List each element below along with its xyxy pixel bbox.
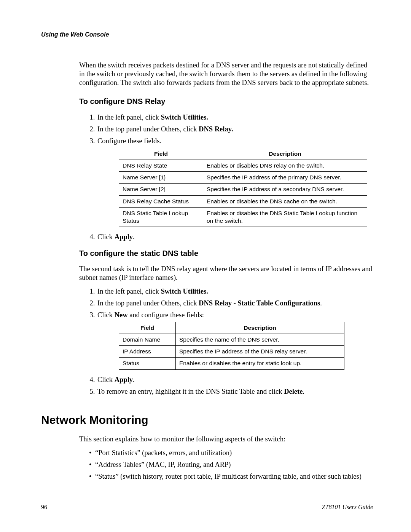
list-item: “Port Statistics” (packets, errors, and … [95,448,373,457]
table-row: DNS Relay StateEnables or disables DNS r… [119,160,367,172]
monitoring-paragraph: This section explains how to monitor the… [79,435,373,444]
list-item: Click New and configure these fields: Fi… [97,310,373,370]
table-header: Description [176,322,344,334]
static-dns-fields-table: Field Description Domain NameSpecifies t… [119,322,344,370]
table-header: Description [203,148,367,160]
heading-configure-dns-relay: To configure DNS Relay [79,97,373,106]
list-item: Click Apply. [97,375,373,384]
static-dns-paragraph: The second task is to tell the DNS relay… [79,265,373,282]
table-row: IP AddressSpecifies the IP address of th… [119,346,344,358]
dns-relay-fields-table: Field Description DNS Relay StateEnables… [119,148,367,227]
table-header: Field [119,322,176,334]
list-item: “Address Tables” (MAC, IP, Routing, and … [95,460,373,469]
guide-title: ZT8101 Users Guide [322,504,373,511]
static-dns-steps: In the left panel, click Switch Utilitie… [79,287,373,396]
list-item: To remove an entry, highlight it in the … [97,387,373,396]
table-row: DNS Relay Cache StatusEnables or disable… [119,195,367,207]
page-footer: 96 ZT8101 Users Guide [41,504,373,511]
table-row: Name Server [1}Specifies the IP address … [119,172,367,184]
table-row: Domain NameSpecifies the name of the DNS… [119,334,344,346]
monitoring-bullets: “Port Statistics” (packets, errors, and … [79,448,373,481]
heading-configure-static-dns-table: To configure the static DNS table [79,249,373,258]
page-header: Using the Web Console [41,31,373,38]
list-item: Configure these fields. Field Descriptio… [97,136,373,227]
table-row: DNS Static Table Lookup StatusEnables or… [119,207,367,227]
heading-network-monitoring: Network Monitoring [41,414,373,427]
list-item: In the left panel, click Switch Utilitie… [97,113,373,122]
table-header: Field [119,148,203,160]
list-item: In the left panel, click Switch Utilitie… [97,287,373,296]
list-item: Click Apply. [97,232,373,241]
page-number: 96 [41,504,47,511]
table-row: Name Server [2]Specifies the IP address … [119,184,367,195]
dns-relay-steps: In the left panel, click Switch Utilitie… [79,113,373,241]
list-item: “Status” (switch history, router port ta… [95,472,373,481]
list-item: In the top panel under Others, click DNS… [97,125,373,134]
table-row: StatusEnables or disables the entry for … [119,358,344,369]
list-item: In the top panel under Others, click DNS… [97,299,373,308]
intro-paragraph: When the switch receives packets destine… [79,61,373,87]
